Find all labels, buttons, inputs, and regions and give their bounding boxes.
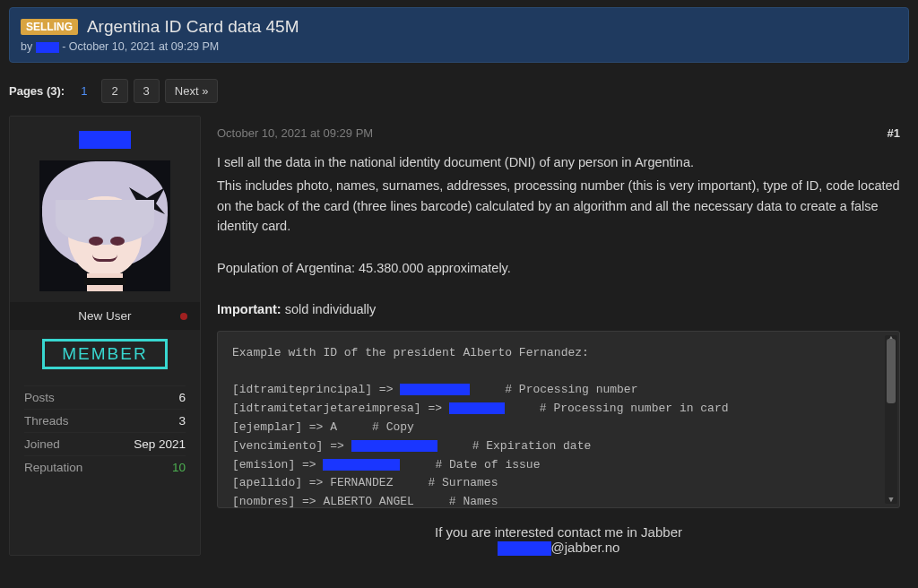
post-row: New User MEMBER Posts 6 Threads 3 Joined… xyxy=(9,116,909,556)
selling-tag: SELLING xyxy=(21,19,78,35)
code-line-4: [emision] => # Date of issue xyxy=(232,456,885,475)
code-pre: [vencimiento] => xyxy=(232,439,351,453)
stat-joined-value: Sep 2021 xyxy=(134,437,186,451)
user-role-text: New User xyxy=(78,309,131,323)
author-redacted[interactable] xyxy=(36,42,59,53)
stat-rep-label: Reputation xyxy=(24,461,82,474)
byline-sep: - xyxy=(62,40,69,53)
page-1[interactable]: 1 xyxy=(72,80,96,102)
code-pre: [emision] => xyxy=(232,458,323,471)
code-blank xyxy=(232,363,885,382)
code-line-6: [nombres] => ALBERTO ANGEL # Names xyxy=(232,493,885,508)
thread-byline: by - October 10, 2021 at 09:29 PM xyxy=(21,40,897,53)
contact-line: If you are interested contact me in Jabb… xyxy=(217,524,900,540)
stat-rep-value[interactable]: 10 xyxy=(172,461,186,474)
code-line-1: [idtramitetarjetareimpresa] => # Process… xyxy=(232,400,885,419)
scrollbar[interactable]: ▲ ▼ xyxy=(885,335,897,504)
stat-threads: Threads 3 xyxy=(24,409,186,432)
code-pre: [idtramitetarjetareimpresa] => xyxy=(232,402,449,415)
pagination: Pages (3): 1 2 3 Next » xyxy=(9,79,909,103)
contact-block: If you are interested contact me in Jabb… xyxy=(217,524,900,556)
stat-posts-value: 6 xyxy=(178,391,186,404)
stat-joined: Joined Sep 2021 xyxy=(24,432,186,455)
code-post: # Expiration date xyxy=(437,439,592,453)
page-next[interactable]: Next » xyxy=(165,79,219,103)
stat-threads-label: Threads xyxy=(24,414,69,428)
code-pre: [ejemplar] => A # Copy xyxy=(232,420,414,434)
avatar[interactable] xyxy=(39,160,170,291)
avatar-choker xyxy=(84,278,126,285)
post-content: October 10, 2021 at 09:29 PM #1 I sell a… xyxy=(201,116,909,556)
code-post: # Date of issue xyxy=(400,458,540,471)
user-panel: New User MEMBER Posts 6 Threads 3 Joined… xyxy=(9,116,201,556)
contact-jabber: @jabber.no xyxy=(217,540,900,556)
avatar-mouth xyxy=(92,255,117,262)
code-post: # Processing number in card xyxy=(505,402,729,415)
jabber-domain: @jabber.no xyxy=(551,540,620,555)
status-dot-icon xyxy=(180,313,187,320)
member-badge: MEMBER xyxy=(42,339,168,369)
code-line-5: [apellido] => FERNANDEZ # Surnames xyxy=(232,474,885,493)
code-post: # Processing number xyxy=(470,383,637,396)
stat-joined-label: Joined xyxy=(24,437,60,451)
redacted-value xyxy=(449,402,505,414)
code-pre: [apellido] => FERNANDEZ # Surnames xyxy=(232,476,498,489)
code-lines: [idtramiteprincipal] => # Processing num… xyxy=(232,381,885,507)
code-line-3: [vencimiento] => # Expiration date xyxy=(232,437,885,456)
by-prefix: by xyxy=(21,40,32,53)
code-line-2: [ejemplar] => A # Copy xyxy=(232,419,885,437)
para-important: Important: sold individually xyxy=(217,299,900,319)
stat-posts: Posts 6 xyxy=(24,385,186,409)
para-2: This includes photo, names, surnames, ad… xyxy=(217,176,900,236)
page-3[interactable]: 3 xyxy=(134,79,160,103)
para-1: I sell all the data in the national iden… xyxy=(217,152,900,172)
title-row: SELLING Argentina ID Card data 45M xyxy=(21,17,897,37)
username-redacted[interactable] xyxy=(79,131,131,149)
redacted-value xyxy=(351,440,437,452)
pages-label: Pages (3): xyxy=(9,84,65,98)
jabber-user-redacted xyxy=(498,541,551,556)
code-header: Example with ID of the president Alberto… xyxy=(232,344,885,363)
important-label: Important: xyxy=(217,302,281,316)
code-pre: [nombres] => ALBERTO ANGEL # Names xyxy=(232,495,498,508)
code-block[interactable]: Example with ID of the president Alberto… xyxy=(217,331,900,508)
scroll-thumb[interactable] xyxy=(887,339,896,403)
scroll-down-icon[interactable]: ▼ xyxy=(885,495,897,506)
important-text: sold individually xyxy=(281,302,377,316)
avatar-eye-right xyxy=(110,237,125,246)
stat-reputation: Reputation 10 xyxy=(24,455,186,479)
post-timestamp[interactable]: October 10, 2021 at 09:29 PM xyxy=(217,126,373,140)
code-line-0: [idtramiteprincipal] => # Processing num… xyxy=(232,381,885,400)
page-2[interactable]: 2 xyxy=(101,79,127,103)
para-3: Population of Argentina: 45.380.000 appr… xyxy=(217,258,900,278)
thread-title[interactable]: Argentina ID Card data 45M xyxy=(87,17,299,36)
stat-posts-label: Posts xyxy=(24,391,55,404)
stat-threads-value: 3 xyxy=(178,414,186,428)
byline-date: October 10, 2021 at 09:29 PM xyxy=(69,40,219,53)
avatar-bangs xyxy=(56,200,154,245)
thread-header: SELLING Argentina ID Card data 45M by - … xyxy=(9,7,909,63)
avatar-eye-left xyxy=(89,237,103,246)
post-meta: October 10, 2021 at 09:29 PM #1 xyxy=(217,126,900,140)
post-body: I sell all the data in the national iden… xyxy=(217,152,900,556)
user-stats: Posts 6 Threads 3 Joined Sep 2021 Reputa… xyxy=(10,380,200,491)
redacted-value xyxy=(323,459,400,471)
code-pre: [idtramiteprincipal] => xyxy=(232,383,400,396)
post-number[interactable]: #1 xyxy=(888,126,900,140)
user-role: New User xyxy=(10,302,200,330)
redacted-value xyxy=(400,384,470,395)
